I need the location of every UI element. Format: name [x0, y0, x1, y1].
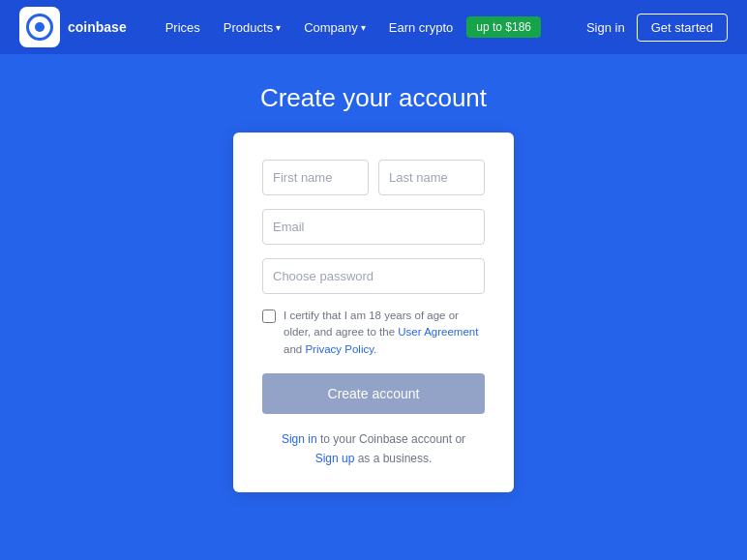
nav-link-products-label: Products [224, 20, 273, 35]
terms-text: I certify that I am 18 years of age or o… [284, 308, 485, 358]
terms-row: I certify that I am 18 years of age or o… [262, 308, 485, 358]
form-footer: Sign in to your Coinbase account or Sign… [262, 429, 485, 469]
email-field-container [262, 209, 485, 245]
terms-and-word: and [284, 343, 302, 355]
main-content: Create your account I certify that I am … [0, 54, 747, 492]
nav-link-products[interactable]: Products ▾ [214, 15, 290, 41]
nav-link-company[interactable]: Company ▾ [294, 15, 375, 41]
nav-links: Prices Products ▾ Company ▾ Earn crypto … [156, 15, 586, 41]
logo-text: coinbase [68, 19, 127, 35]
first-name-field [262, 160, 369, 195]
privacy-policy-link[interactable]: Privacy Policy [305, 343, 374, 355]
password-input[interactable] [262, 258, 485, 294]
nav-link-prices[interactable]: Prices [156, 15, 210, 41]
logo[interactable]: coinbase [19, 7, 127, 47]
navbar: coinbase Prices Products ▾ Company ▾ Ear… [0, 0, 747, 54]
footer-text1: to your Coinbase account or [317, 432, 465, 446]
form-card: I certify that I am 18 years of age or o… [233, 133, 514, 492]
page-title: Create your account [260, 83, 487, 113]
footer-text2: as a business. [354, 452, 432, 465]
last-name-input[interactable] [378, 160, 485, 195]
password-field-container [262, 258, 485, 294]
terms-period: . [374, 343, 376, 355]
terms-checkbox[interactable] [262, 309, 276, 323]
sign-in-link[interactable]: Sign in [586, 20, 625, 35]
logo-inner-circle [26, 14, 53, 41]
logo-icon [19, 7, 60, 47]
chevron-down-icon: ▾ [361, 22, 366, 33]
nav-right: Sign in Get started [586, 14, 728, 42]
nav-link-earn[interactable]: Earn crypto [379, 15, 463, 41]
name-row [262, 160, 485, 195]
footer-sign-up-link[interactable]: Sign up [315, 452, 355, 465]
create-account-button[interactable]: Create account [262, 373, 485, 414]
nav-link-company-label: Company [304, 20, 358, 35]
get-started-button[interactable]: Get started [637, 14, 728, 42]
user-agreement-link[interactable]: User Agreement [398, 326, 478, 338]
chevron-down-icon: ▾ [276, 22, 281, 33]
footer-line2: Sign up as a business. [262, 449, 485, 468]
last-name-field [378, 160, 485, 195]
earn-badge[interactable]: up to $186 [466, 16, 541, 38]
footer-line1: Sign in to your Coinbase account or [262, 429, 485, 449]
email-input[interactable] [262, 209, 485, 245]
footer-sign-in-link[interactable]: Sign in [282, 432, 317, 446]
first-name-input[interactable] [262, 160, 369, 195]
